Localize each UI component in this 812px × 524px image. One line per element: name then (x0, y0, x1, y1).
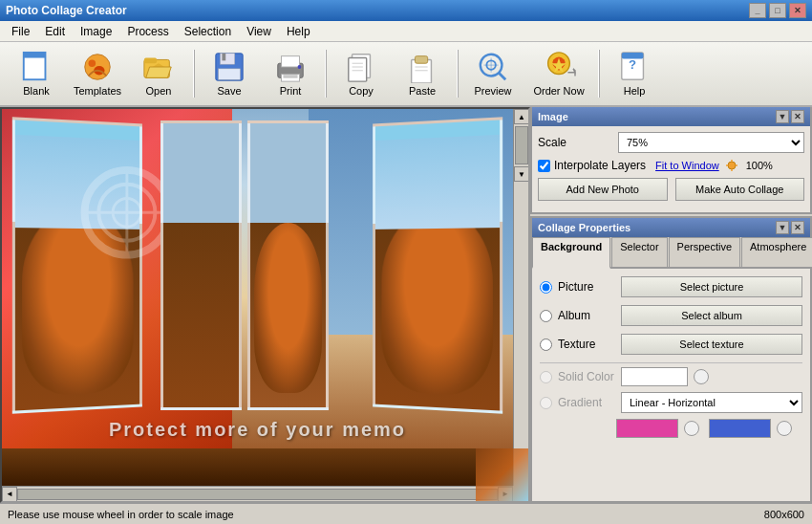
toolbar-save[interactable]: Save (201, 46, 258, 101)
collage-panel: Collage Properties ▼ ✕ Background Select… (530, 216, 812, 503)
svg-rect-12 (282, 56, 300, 67)
tab-background[interactable]: Background (532, 237, 610, 269)
solid-color-circle[interactable] (694, 369, 709, 384)
menu-selection[interactable]: Selection (177, 23, 239, 40)
status-message: Please use mouse wheel in order to scale… (8, 509, 234, 520)
copy-icon (344, 51, 378, 83)
paste-icon (405, 51, 439, 83)
collage-panel-pin[interactable]: ▼ (776, 221, 789, 234)
select-album-button[interactable]: Select album (621, 305, 802, 326)
scale-select[interactable]: 75% 25% 50% 100% (618, 132, 804, 153)
toolbar-copy[interactable]: Copy (332, 46, 390, 101)
gradient-label: Gradient (558, 396, 615, 409)
menu-edit[interactable]: Edit (37, 23, 73, 40)
image-panel-header: Image ▼ ✕ (532, 107, 810, 126)
gradient-row: Gradient Linear - Horizontal Linear - Ve… (540, 392, 802, 413)
toolbar-preview[interactable]: Preview (464, 46, 522, 101)
scrollbar-vertical[interactable]: ▲ ▼ (513, 109, 528, 486)
add-photo-button[interactable]: Add New Photo (538, 178, 668, 201)
menu-help[interactable]: Help (279, 23, 318, 40)
menu-process[interactable]: Process (119, 23, 176, 40)
svg-point-16 (298, 65, 302, 69)
texture-radio[interactable] (540, 338, 552, 351)
color2-circle[interactable] (777, 421, 792, 436)
tab-bar: Background Selector Perspective Atmosphe… (532, 237, 810, 269)
toolbar-open[interactable]: Open (130, 46, 187, 101)
select-picture-button[interactable]: Select picture (621, 276, 802, 297)
svg-rect-6 (144, 58, 157, 64)
window-controls: _ □ ✕ (749, 3, 806, 18)
picture-label: Picture (558, 280, 615, 294)
color-section: Solid Color Gradient Linear - Horizontal… (540, 367, 802, 438)
svg-rect-18 (349, 58, 367, 82)
collage-panel-header: Collage Properties ▼ ✕ (532, 218, 810, 237)
make-collage-button[interactable]: Make Auto Collage (675, 178, 805, 201)
color1-swatch[interactable] (616, 419, 678, 438)
order-icon (542, 51, 576, 83)
main-area: Protect more of your memo fotomotografo … (0, 107, 812, 503)
close-button[interactable]: ✕ (789, 3, 806, 18)
toolbar-separator-2 (325, 50, 327, 98)
tab-perspective[interactable]: Perspective (669, 237, 740, 267)
menu-file[interactable]: File (4, 23, 37, 40)
image-panel-title: Image (538, 111, 568, 122)
texture-label: Texture (558, 338, 615, 351)
maximize-button[interactable]: □ (769, 3, 786, 18)
image-panel-close[interactable]: ✕ (791, 110, 804, 123)
toolbar-paste[interactable]: Paste (394, 46, 451, 101)
menu-image[interactable]: Image (73, 23, 119, 40)
watermark: Protect more of your memo (2, 419, 513, 441)
album-label: Album (558, 309, 615, 322)
collage-panel-close[interactable]: ✕ (791, 221, 804, 234)
toolbar-help[interactable]: ? Help (606, 46, 663, 101)
svg-line-28 (499, 73, 506, 80)
menu-view[interactable]: View (239, 23, 279, 40)
interpolate-checkbox[interactable] (538, 160, 550, 172)
sun-icon (725, 159, 738, 172)
toolbar-separator-3 (457, 50, 459, 98)
image-panel-pin[interactable]: ▼ (776, 110, 789, 123)
status-bar: Please use mouse wheel in order to scale… (0, 503, 812, 524)
select-texture-button[interactable]: Select texture (621, 334, 802, 355)
solid-color-radio[interactable] (540, 371, 552, 383)
scroll-up-button[interactable]: ▲ (514, 109, 529, 124)
svg-text:?: ? (629, 57, 636, 72)
thumbnail-corner (476, 448, 528, 501)
minimize-button[interactable]: _ (749, 3, 766, 18)
interpolate-label: Interpolate Layers (554, 159, 646, 172)
canvas-container[interactable]: Protect more of your memo fotomotografo … (0, 107, 530, 503)
scroll-down-button[interactable]: ▼ (514, 166, 529, 182)
toolbar-blank[interactable]: Blank (8, 46, 65, 101)
album-radio[interactable] (540, 310, 552, 322)
buttons-row: Add New Photo Make Auto Collage (538, 178, 804, 201)
title-bar: Photo Collage Creator _ □ ✕ (0, 0, 812, 21)
toolbar-print[interactable]: Print (262, 46, 319, 101)
toolbar-templates[interactable]: Templates (69, 46, 126, 101)
color1-circle[interactable] (684, 421, 699, 436)
scrollbar-horizontal[interactable]: ◄ ► (2, 486, 513, 501)
album-row: Album Select album (540, 305, 802, 326)
solid-color-swatch[interactable] (621, 367, 688, 386)
right-panel: Image ▼ ✕ Scale 75% 25% 50% 100% (530, 107, 812, 503)
svg-point-41 (728, 162, 736, 169)
interpolate-checkbox-label[interactable]: Interpolate Layers (538, 159, 646, 172)
tab-selector[interactable]: Selector (611, 237, 667, 267)
svg-rect-14 (283, 76, 297, 76)
save-icon (212, 51, 246, 83)
toolbar-order[interactable]: Order Now (525, 46, 592, 101)
templates-icon (80, 51, 115, 83)
scroll-thumb-h[interactable] (17, 489, 498, 500)
scale-label: Scale (538, 136, 614, 149)
scale-row: Scale 75% 25% 50% 100% (538, 132, 804, 153)
svg-rect-9 (222, 54, 225, 61)
divider-1 (540, 362, 802, 363)
fit-window-link[interactable]: Fit to Window (655, 160, 719, 171)
picture-radio[interactable] (540, 281, 552, 294)
tab-atmosphere[interactable]: Atmosphere (741, 237, 812, 267)
gradient-radio[interactable] (540, 397, 552, 409)
color2-swatch[interactable] (709, 419, 771, 438)
scroll-thumb-v[interactable] (515, 126, 528, 164)
solid-color-row: Solid Color (540, 367, 802, 386)
gradient-select[interactable]: Linear - Horizontal Linear - Vertical Ra… (621, 392, 802, 413)
scroll-left-button[interactable]: ◄ (2, 487, 17, 502)
